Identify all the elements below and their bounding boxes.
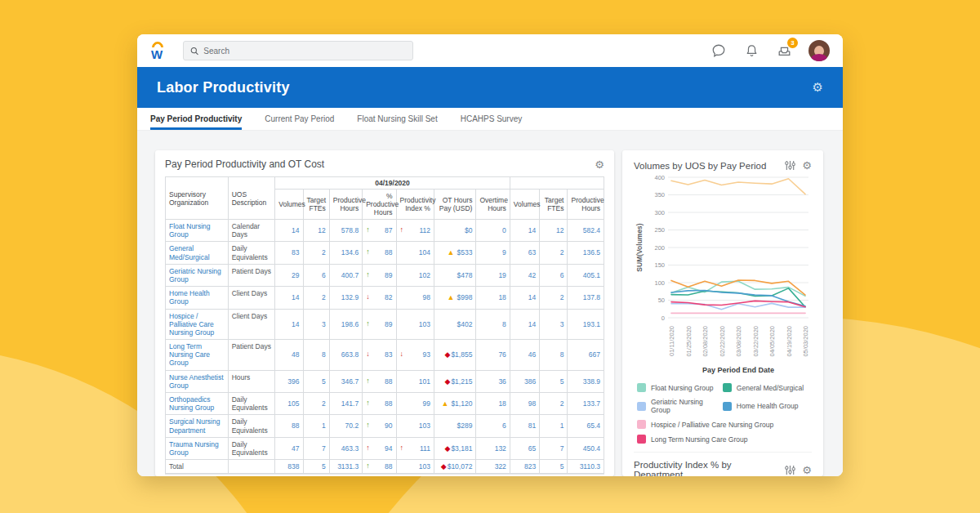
table-cell[interactable]: 5 <box>540 370 568 392</box>
table-cell[interactable]: ◆$10,072 <box>434 460 475 474</box>
table-cell[interactable]: 667 <box>568 340 604 371</box>
table-cell[interactable]: 81 <box>510 415 539 437</box>
org-link[interactable]: Long Term Nursing Care Group <box>166 340 229 371</box>
table-settings-gear-icon[interactable]: ⚙ <box>595 159 604 170</box>
table-cell[interactable]: ◆$1,855 <box>434 340 475 371</box>
table-cell[interactable]: 2 <box>540 242 568 264</box>
inbox-tray-icon[interactable]: 3 <box>776 42 792 59</box>
table-cell[interactable]: 12 <box>303 220 329 242</box>
table-cell[interactable]: ↑89 <box>363 309 396 340</box>
table-cell[interactable]: 6 <box>303 264 329 286</box>
search-box[interactable] <box>183 41 413 60</box>
table-cell[interactable]: ↓83 <box>363 340 396 371</box>
table-cell[interactable]: 47 <box>275 437 303 459</box>
table-cell[interactable]: 132.9 <box>329 287 362 309</box>
table-cell[interactable]: 63 <box>510 242 539 264</box>
table-cell[interactable]: 5 <box>540 460 568 474</box>
productivity-chart-sliders-icon[interactable] <box>785 465 795 475</box>
table-cell[interactable]: 2 <box>303 287 329 309</box>
org-link[interactable]: Surgical Nursing Department <box>166 415 229 437</box>
table-cell[interactable]: $0 <box>434 220 475 242</box>
table-cell[interactable]: 14 <box>275 287 303 309</box>
table-cell[interactable]: 396 <box>275 370 303 392</box>
table-cell[interactable]: 29 <box>275 264 303 286</box>
table-cell[interactable]: 48 <box>275 340 303 371</box>
table-cell[interactable]: ↑88 <box>363 393 396 415</box>
table-cell[interactable]: 463.3 <box>329 437 362 459</box>
table-cell[interactable]: ↑87 <box>363 220 396 242</box>
table-cell[interactable]: 3131.3 <box>329 460 362 474</box>
table-cell[interactable]: 338.9 <box>568 370 604 392</box>
table-cell[interactable]: 14 <box>275 309 303 340</box>
table-cell[interactable]: ↑90 <box>363 415 396 437</box>
table-cell[interactable]: 450.4 <box>568 437 604 459</box>
table-cell[interactable]: 88 <box>275 415 303 437</box>
table-cell[interactable]: 8 <box>303 340 329 371</box>
table-cell[interactable]: 823 <box>510 460 539 474</box>
table-cell[interactable]: 198.6 <box>329 309 362 340</box>
search-input[interactable] <box>203 47 406 56</box>
table-cell[interactable]: 136.5 <box>568 242 604 264</box>
table-cell[interactable]: 103 <box>396 309 434 340</box>
table-cell[interactable]: ↓93 <box>396 340 434 371</box>
table-cell[interactable]: 5 <box>303 460 329 474</box>
table-cell[interactable]: 663.8 <box>329 340 362 371</box>
table-cell[interactable]: ↑111 <box>396 437 434 459</box>
table-cell[interactable]: 2 <box>303 242 329 264</box>
table-cell[interactable]: 322 <box>476 460 510 474</box>
table-cell[interactable]: 102 <box>396 264 434 286</box>
org-link[interactable]: Home Health Group <box>166 287 229 309</box>
table-cell[interactable]: 36 <box>476 370 510 392</box>
org-link[interactable]: Orthopaedics Nursing Group <box>166 393 229 415</box>
chart-settings-gear-icon[interactable]: ⚙ <box>802 160 812 171</box>
table-cell[interactable]: ↑88 <box>363 370 396 392</box>
chat-icon[interactable] <box>710 42 727 59</box>
table-cell[interactable]: 578.8 <box>329 220 362 242</box>
table-cell[interactable]: ◆$3,181 <box>434 437 475 459</box>
org-link[interactable]: Float Nursing Group <box>166 220 229 242</box>
table-cell[interactable]: ↓82 <box>363 287 396 309</box>
tab-float-nursing-skill-set[interactable]: Float Nursing Skill Set <box>357 108 437 130</box>
table-cell[interactable]: 12 <box>540 220 568 242</box>
org-link[interactable]: Hospice / Palliative Care Nursing Group <box>166 309 229 340</box>
view-more-link[interactable]: View More ... <box>165 474 604 476</box>
table-cell[interactable]: ↑112 <box>396 220 434 242</box>
table-cell[interactable]: 65 <box>510 437 539 459</box>
table-cell[interactable]: 132 <box>476 437 510 459</box>
table-cell[interactable]: ▲$998 <box>434 287 475 309</box>
table-cell[interactable]: 400.7 <box>329 264 362 286</box>
table-cell[interactable]: ▲$533 <box>434 242 475 264</box>
table-cell[interactable]: 19 <box>476 264 510 286</box>
table-cell[interactable]: 134.6 <box>329 242 362 264</box>
table-cell[interactable]: 46 <box>510 340 539 371</box>
tab-hcahps-survey[interactable]: HCAHPS Survey <box>461 108 523 130</box>
table-cell[interactable]: $289 <box>434 415 475 437</box>
table-cell[interactable]: 14 <box>510 220 539 242</box>
table-cell[interactable]: 14 <box>275 220 303 242</box>
table-cell[interactable]: 3110.3 <box>568 460 604 474</box>
table-cell[interactable]: 582.4 <box>568 220 604 242</box>
table-cell[interactable]: 104 <box>396 242 434 264</box>
table-cell[interactable]: 83 <box>275 242 303 264</box>
table-cell[interactable]: 7 <box>540 437 568 459</box>
table-cell[interactable]: 9 <box>476 242 510 264</box>
table-cell[interactable]: 18 <box>476 393 510 415</box>
table-cell[interactable]: 98 <box>510 393 539 415</box>
table-cell[interactable]: 103 <box>396 460 434 474</box>
table-cell[interactable]: 6 <box>476 415 510 437</box>
table-cell[interactable]: ↑88 <box>363 242 396 264</box>
table-cell[interactable]: ↑94 <box>363 437 396 459</box>
chart-filter-sliders-icon[interactable] <box>785 160 795 171</box>
table-cell[interactable]: 103 <box>396 415 434 437</box>
table-cell[interactable]: 42 <box>510 264 539 286</box>
table-cell[interactable]: 5 <box>303 370 329 392</box>
table-cell[interactable]: $402 <box>434 309 475 340</box>
tab-current-pay-period[interactable]: Current Pay Period <box>265 108 334 130</box>
user-avatar[interactable] <box>808 40 830 61</box>
table-cell[interactable]: 98 <box>396 287 434 309</box>
table-cell[interactable]: 137.8 <box>568 287 604 309</box>
org-link[interactable]: Trauma Nursing Group <box>166 437 229 459</box>
table-cell[interactable]: 76 <box>476 340 510 371</box>
table-cell[interactable]: 141.7 <box>329 393 362 415</box>
table-cell[interactable]: 8 <box>476 309 510 340</box>
